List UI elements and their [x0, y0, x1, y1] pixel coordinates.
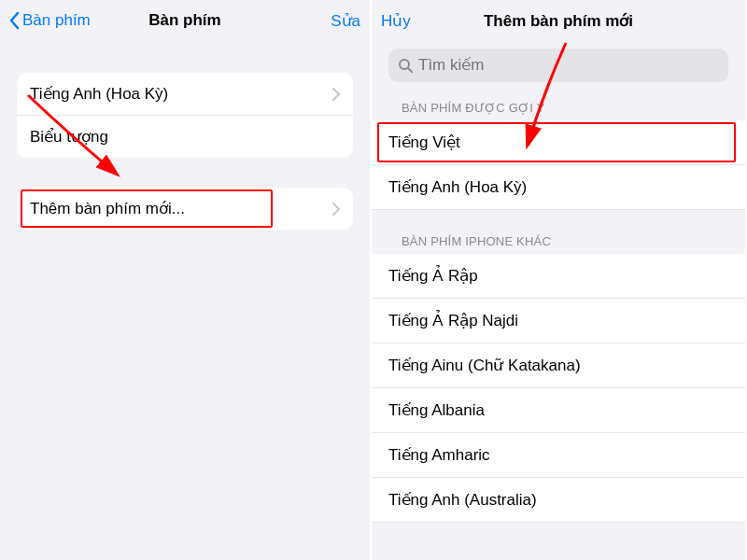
suggested-list: Tiếng Việt Tiếng Anh (Hoa Kỳ): [372, 120, 745, 210]
chevron-right-icon: [332, 88, 340, 101]
add-keyboard-group: Thêm bàn phím mới...: [17, 188, 353, 230]
back-button[interactable]: Bàn phím: [9, 11, 91, 30]
keyboard-label: Tiếng Anh (Australia): [388, 490, 537, 510]
list-item[interactable]: Tiếng Anh (Australia): [372, 478, 745, 523]
cancel-button[interactable]: Hủy: [381, 11, 411, 31]
page-title: Thêm bàn phím mới: [372, 11, 745, 31]
keyboard-row-emoji[interactable]: Biểu tượng: [17, 116, 353, 158]
keyboard-label: Tiếng Ả Rập Najdi: [388, 311, 518, 330]
keyboard-label: Tiếng Anh (Hoa Kỳ): [30, 84, 168, 104]
keyboard-label: Tiếng Ả Rập: [388, 266, 478, 286]
keyboards-group: Tiếng Anh (Hoa Kỳ) Biểu tượng: [17, 73, 353, 158]
list-item[interactable]: Tiếng Amharic: [372, 433, 745, 478]
back-label: Bàn phím: [22, 11, 91, 30]
edit-button[interactable]: Sửa: [331, 11, 360, 31]
suggested-header: BÀN PHÍM ĐƯỢC GỢI Ý: [372, 101, 745, 120]
other-header: BÀN PHÍM IPHONE KHÁC: [372, 234, 745, 254]
search-container: [388, 49, 728, 82]
highlight-annotation: [377, 122, 736, 162]
add-keyboard-screen: Hủy Thêm bàn phím mới BÀN PHÍM ĐƯỢC GỢI …: [372, 0, 745, 560]
list-item[interactable]: Tiếng Ainu (Chữ Katakana): [372, 343, 745, 388]
other-list: Tiếng Ả Rập Tiếng Ả Rập Najdi Tiếng Ainu…: [372, 254, 745, 523]
add-keyboard-row[interactable]: Thêm bàn phím mới...: [17, 188, 353, 230]
keyboard-label: Tiếng Albania: [388, 400, 485, 420]
search-field[interactable]: [388, 49, 728, 82]
content-area: BÀN PHÍM ĐƯỢC GỢI Ý Tiếng Việt Tiếng Anh…: [372, 39, 745, 560]
svg-line-1: [408, 68, 412, 72]
list-item[interactable]: Tiếng Ả Rập: [372, 254, 745, 299]
search-icon: [398, 58, 413, 73]
list-item[interactable]: Tiếng Ả Rập Najdi: [372, 299, 745, 343]
keyboard-label: Tiếng Anh (Hoa Kỳ): [388, 177, 527, 197]
keyboard-row-english[interactable]: Tiếng Anh (Hoa Kỳ): [17, 73, 353, 116]
nav-bar: Bàn phím Bàn phím Sửa: [0, 0, 370, 39]
list-item[interactable]: Tiếng Albania: [372, 388, 745, 433]
suggested-row-vietnamese[interactable]: Tiếng Việt: [372, 120, 745, 165]
keyboards-settings-screen: Bàn phím Bàn phím Sửa Tiếng Anh (Hoa Kỳ)…: [0, 0, 372, 560]
keyboard-label: Biểu tượng: [30, 127, 108, 147]
chevron-left-icon: [9, 11, 21, 30]
search-input[interactable]: [418, 56, 719, 75]
chevron-right-icon: [332, 203, 340, 216]
content-area: Tiếng Anh (Hoa Kỳ) Biểu tượng Thêm bàn p…: [0, 39, 370, 560]
nav-bar: Hủy Thêm bàn phím mới: [372, 0, 745, 39]
keyboard-label: Tiếng Ainu (Chữ Katakana): [388, 356, 581, 375]
keyboard-label: Tiếng Amharic: [388, 445, 490, 465]
suggested-row-english[interactable]: Tiếng Anh (Hoa Kỳ): [372, 165, 745, 210]
highlight-annotation: [21, 189, 273, 228]
